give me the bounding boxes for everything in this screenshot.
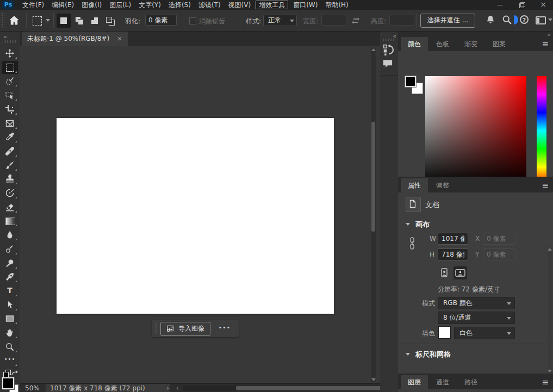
gradient-tool[interactable] — [2, 214, 18, 227]
path-selection-tool[interactable] — [2, 298, 18, 312]
canvas-height-input[interactable] — [438, 248, 468, 260]
tab-close-icon[interactable]: × — [117, 35, 122, 42]
status-next-icon[interactable]: › — [166, 384, 169, 392]
properties-scrollbar[interactable] — [548, 247, 552, 374]
fill-select[interactable]: 白色 — [454, 327, 515, 339]
eyedropper-tool[interactable] — [2, 130, 18, 144]
mode-select[interactable]: RGB 颜色 — [438, 297, 515, 309]
hand-tool[interactable] — [2, 326, 18, 339]
menu-item-10[interactable]: 帮助(H) — [321, 0, 352, 10]
comment-icon[interactable] — [382, 59, 396, 72]
color-tab-色板[interactable]: 色板 — [429, 37, 456, 51]
link-dimensions-icon[interactable] — [409, 237, 415, 250]
color-menu-icon[interactable]: ≡ — [542, 37, 549, 51]
strip-grip[interactable] — [383, 39, 394, 41]
hue-slider[interactable] — [537, 76, 546, 185]
brush-tool[interactable] — [2, 159, 18, 172]
document-tab[interactable]: 未标题-1 @ 50%(RGB/8#) × — [22, 32, 128, 46]
fill-color-swatch[interactable] — [438, 326, 451, 339]
zoom-tool[interactable] — [2, 340, 18, 353]
horizontal-scrollbar[interactable] — [183, 385, 396, 391]
height-input[interactable] — [389, 15, 414, 26]
burn-tool[interactable] — [2, 257, 18, 270]
type-tool[interactable]: T — [2, 284, 18, 297]
landscape-orientation-button[interactable] — [453, 266, 467, 279]
dodge-tool[interactable] — [2, 242, 18, 256]
blur-tool[interactable] — [2, 228, 18, 241]
home-button[interactable] — [9, 15, 20, 26]
color-tab-图案[interactable]: 图案 — [486, 37, 513, 51]
layers-tab-图层[interactable]: 图层 — [401, 375, 428, 389]
object-selection-tool[interactable] — [2, 89, 18, 102]
scroll-up-icon[interactable] — [548, 248, 552, 251]
section-chevron-icon[interactable] — [406, 223, 410, 226]
canvas-y-input[interactable] — [483, 248, 515, 260]
minimize-button[interactable]: — — [490, 0, 509, 10]
workspace-chevron-icon[interactable] — [548, 18, 552, 21]
menu-item-0[interactable]: 文件(F) — [18, 0, 48, 10]
bell-icon[interactable] — [486, 15, 495, 25]
quick-selection-tool[interactable] — [2, 74, 18, 88]
scroll-down-icon[interactable] — [371, 378, 376, 381]
bit-depth-select[interactable]: 8 位/通道 — [438, 312, 515, 324]
history-brush-tool[interactable] — [2, 186, 18, 200]
rail-expand-icon[interactable]: » — [3, 33, 6, 40]
menu-item-5[interactable]: 选择(S) — [165, 0, 195, 10]
eraser-tool[interactable] — [2, 201, 18, 214]
menu-item-8[interactable]: 增效工具 — [256, 1, 288, 9]
foreground-color-swatch[interactable] — [2, 377, 14, 389]
more-options-button[interactable]: ••• — [215, 322, 234, 335]
feather-input[interactable] — [145, 15, 177, 26]
rectangular-marquee-tool[interactable] — [2, 61, 18, 74]
vertical-scroll-thumb[interactable] — [371, 122, 375, 232]
properties-tab-调整[interactable]: 调整 — [429, 178, 456, 192]
menu-item-6[interactable]: 滤镜(T) — [195, 0, 225, 10]
canvas-document[interactable] — [57, 118, 334, 314]
properties-menu-icon[interactable]: ≡ — [542, 178, 549, 192]
width-input[interactable] — [321, 15, 346, 26]
history-icon[interactable] — [382, 43, 396, 57]
intersect-selection-button[interactable] — [103, 14, 117, 28]
import-image-button[interactable]: 导入图像 — [160, 322, 210, 336]
menu-item-3[interactable]: 图层(L) — [105, 0, 135, 10]
options-bar-grip[interactable] — [1, 13, 4, 28]
swap-colors-icon[interactable] — [11, 370, 18, 377]
scroll-up-icon[interactable] — [371, 48, 376, 51]
properties-tab-属性[interactable]: 属性 — [401, 178, 428, 192]
import-toolbar-grip[interactable] — [155, 322, 158, 334]
section-chevron-icon[interactable] — [406, 353, 410, 356]
spot-healing-brush-tool[interactable] — [2, 145, 18, 158]
more-tools[interactable]: ••• — [2, 354, 18, 367]
tool-preset-icon[interactable] — [33, 16, 42, 26]
status-zoom-level[interactable]: 50% — [25, 384, 40, 392]
canvas-width-input[interactable] — [438, 233, 468, 245]
horizontal-scroll-thumb[interactable] — [236, 386, 395, 390]
close-button[interactable]: × — [533, 0, 553, 10]
scroll-down-icon[interactable] — [548, 370, 552, 372]
status-prev-icon[interactable]: ‹ — [176, 384, 179, 392]
frame-tool[interactable] — [2, 117, 18, 130]
antialias-checkbox[interactable] — [189, 17, 196, 24]
vertical-scrollbar[interactable] — [371, 47, 376, 382]
swap-dimensions-icon[interactable] — [351, 16, 360, 24]
help-icon[interactable]: ? — [520, 15, 529, 24]
menu-item-4[interactable]: 文字(Y) — [135, 0, 165, 10]
crop-tool[interactable] — [2, 103, 18, 116]
menu-item-1[interactable]: 编辑(E) — [48, 0, 78, 10]
tool-preset-chevron-icon[interactable] — [46, 19, 50, 22]
pen-tool[interactable] — [2, 270, 18, 283]
style-select[interactable]: 正常 — [263, 15, 297, 26]
canvas-x-input[interactable] — [483, 233, 515, 245]
add-to-selection-button[interactable] — [72, 14, 86, 28]
restore-button[interactable] — [512, 0, 531, 10]
layers-tab-通道[interactable]: 通道 — [429, 375, 456, 389]
clone-stamp-tool[interactable] — [2, 172, 18, 185]
portrait-orientation-button[interactable] — [438, 266, 451, 279]
subtract-from-selection-button[interactable] — [88, 14, 102, 28]
rail-grip[interactable] — [4, 40, 16, 43]
menu-item-2[interactable]: 图像(I) — [78, 0, 105, 10]
search-icon[interactable] — [502, 15, 512, 25]
panel-foreground-swatch[interactable] — [405, 76, 416, 87]
layers-menu-icon[interactable]: ≡ — [542, 375, 549, 389]
canvas-area[interactable]: 导入图像 ••• — [20, 46, 380, 383]
